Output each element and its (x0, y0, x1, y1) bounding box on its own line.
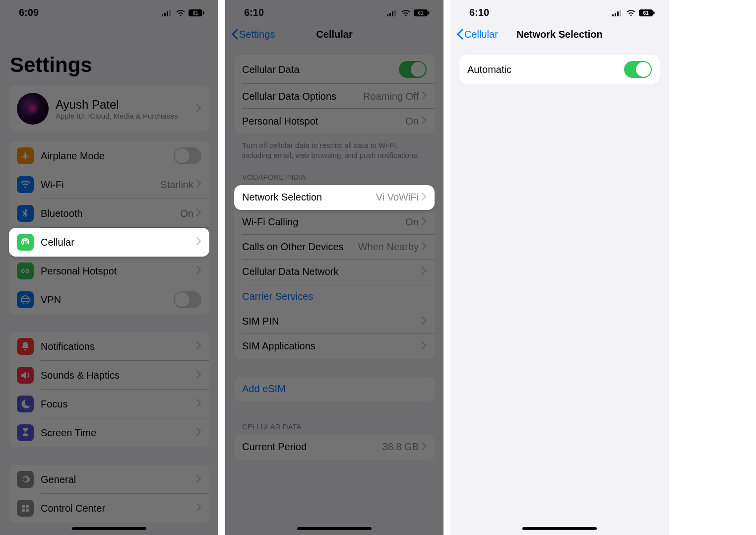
profile-sub: Apple ID, iCloud, Media & Purchases (56, 112, 178, 120)
svg-rect-19 (615, 13, 616, 16)
chevron-right-icon (422, 341, 427, 349)
row-label: Calls on Other Devices (242, 241, 358, 253)
row-label: Personal Hotspot (242, 116, 405, 127)
row-value: When Nearby (358, 241, 419, 253)
list-row[interactable]: Screen Time (9, 418, 209, 447)
list-row[interactable]: Automatic (459, 55, 660, 84)
nav-bar: Settings Cellular (225, 23, 443, 47)
toggle[interactable] (624, 61, 652, 78)
chevron-right-icon (196, 237, 201, 247)
list-row[interactable]: Airplane Mode (9, 141, 209, 170)
list-row[interactable]: Network SelectionVi VoWiFi (234, 185, 435, 210)
chevron-right-icon (196, 399, 201, 407)
chevron-right-icon (422, 91, 427, 101)
chevron-right-icon (196, 399, 201, 409)
row-label: Cellular Data Options (242, 91, 363, 102)
toggle[interactable] (399, 61, 427, 78)
list-row[interactable]: Cellular Data (234, 55, 435, 84)
row-value: Starlink (160, 179, 193, 191)
section-header: Cellular Data (225, 419, 443, 435)
chevron-right-icon (422, 217, 427, 225)
list-row[interactable]: Wi-Fi CallingOn (234, 210, 435, 235)
chevron-right-icon (196, 341, 201, 349)
carrier-group: Network SelectionVi VoWiFiWi-Fi CallingO… (234, 185, 435, 359)
row-label: Cellular (41, 237, 196, 248)
row-label: SIM Applications (242, 340, 422, 352)
svg-rect-12 (389, 13, 391, 16)
list-row[interactable]: Carrier Services (234, 284, 435, 309)
chevron-right-icon (196, 104, 201, 112)
list-row[interactable]: Sounds & Haptics (9, 361, 209, 390)
list-row[interactable]: Current Period38.8 GB (234, 435, 435, 460)
status-bar: 6:10 61 (450, 0, 669, 23)
svg-rect-23 (653, 11, 655, 14)
svg-rect-1 (164, 13, 166, 16)
row-value: Vi VoWiFi (376, 192, 419, 203)
list-row[interactable]: SIM PIN (234, 309, 435, 334)
battery-icon: 61 (639, 9, 655, 16)
home-indicator[interactable] (297, 527, 372, 530)
toggle[interactable] (174, 147, 201, 164)
svg-rect-7 (22, 505, 25, 508)
chevron-right-icon (422, 193, 427, 201)
chevron-right-icon (422, 267, 427, 277)
svg-text:61: 61 (418, 10, 424, 16)
list-row[interactable]: General (9, 465, 209, 494)
list-row[interactable]: Cellular Data Network (234, 260, 435, 284)
list-row[interactable]: Cellular Data OptionsRoaming Off (234, 84, 435, 109)
chevron-right-icon (196, 266, 201, 276)
list-row[interactable]: Personal Hotspot (9, 257, 209, 285)
chevron-right-icon (196, 503, 201, 513)
chevron-right-icon (422, 267, 427, 275)
page-title: Settings (0, 53, 218, 86)
row-value: On (180, 208, 193, 219)
svg-rect-14 (394, 10, 396, 16)
toggle[interactable] (174, 291, 201, 308)
list-row[interactable]: Control Center (9, 494, 209, 523)
chevron-right-icon (196, 208, 201, 216)
cellular-signal-icon (162, 9, 173, 16)
row-icon (17, 367, 34, 384)
svg-rect-0 (162, 14, 163, 16)
status-bar: 6:09 61 (0, 0, 218, 23)
chevron-right-icon (422, 242, 427, 250)
svg-rect-2 (167, 11, 168, 16)
list-row[interactable]: Personal HotspotOn (234, 109, 435, 134)
nav-bar: Cellular Network Selection (450, 23, 669, 47)
row-icon (17, 263, 34, 279)
row-icon (17, 424, 34, 441)
row-label: Personal Hotspot (41, 266, 196, 277)
row-icon (17, 338, 34, 355)
row-value: On (405, 116, 419, 127)
group-footer: Turn off cellular data to restrict all d… (225, 136, 443, 170)
row-label: Focus (41, 399, 196, 410)
chevron-right-icon (422, 341, 427, 351)
row-icon (17, 147, 34, 164)
list-row[interactable]: SIM Applications (234, 334, 435, 359)
list-row[interactable]: Add eSIM (234, 377, 435, 401)
svg-rect-10 (26, 509, 29, 512)
list-row[interactable]: BluetoothOn (9, 199, 209, 228)
row-icon (17, 176, 34, 193)
svg-rect-18 (612, 14, 614, 16)
home-indicator[interactable] (72, 527, 146, 530)
chevron-right-icon (196, 503, 201, 511)
row-icon (17, 471, 34, 488)
svg-rect-21 (620, 10, 621, 16)
row-icon (17, 205, 34, 222)
list-row[interactable]: Cellular (9, 228, 209, 257)
list-row[interactable]: VPN (9, 285, 209, 314)
list-row[interactable]: Calls on Other DevicesWhen Nearby (234, 235, 435, 260)
svg-rect-9 (22, 509, 25, 512)
profile-group: Ayush Patel Apple ID, iCloud, Media & Pu… (9, 86, 209, 132)
row-label: Automatic (467, 64, 624, 75)
automatic-group: Automatic (459, 55, 660, 84)
list-row[interactable]: Notifications (9, 332, 209, 361)
row-label: Bluetooth (41, 208, 180, 219)
svg-rect-13 (392, 11, 393, 16)
apple-id-row[interactable]: Ayush Patel Apple ID, iCloud, Media & Pu… (9, 86, 209, 132)
list-row[interactable]: Focus (9, 390, 209, 418)
alerts-group: NotificationsSounds & HapticsFocusScreen… (9, 332, 209, 447)
home-indicator[interactable] (522, 527, 597, 530)
list-row[interactable]: Wi-FiStarlink (9, 170, 209, 199)
